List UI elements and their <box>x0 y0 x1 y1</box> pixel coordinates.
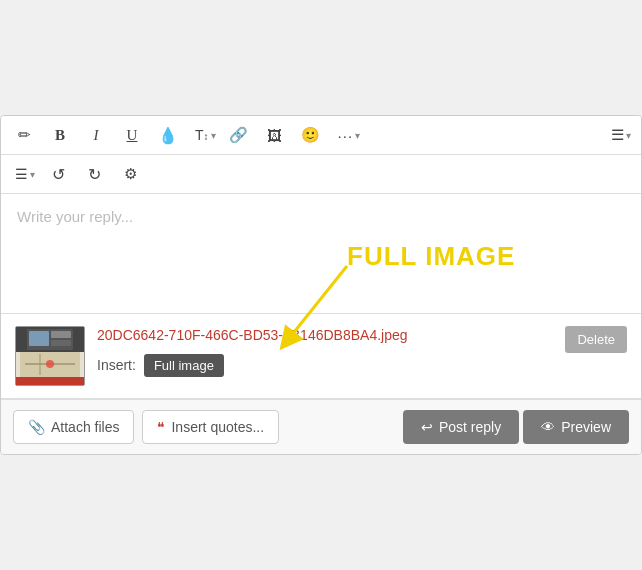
link-icon: 🔗 <box>229 126 248 144</box>
svg-rect-3 <box>51 340 71 346</box>
eraser-icon: ✏ <box>18 126 31 144</box>
eraser-btn[interactable]: ✏ <box>7 120 41 150</box>
italic-icon: I <box>94 127 99 144</box>
thumb-svg <box>25 327 75 352</box>
preview-btn[interactable]: 👁 Preview <box>523 410 629 444</box>
color-btn[interactable]: 💧 <box>151 120 185 150</box>
underline-btn[interactable]: U <box>115 120 149 150</box>
more-btn[interactable]: ··· ▾ <box>330 120 365 150</box>
eye-icon: 👁 <box>541 419 555 435</box>
redo-btn[interactable]: ↻ <box>77 159 111 189</box>
attachment-info: 20DC6642-710F-466C-BD53-6B146DB8BA4.jpeg… <box>97 326 553 377</box>
insert-row: Insert: Full image <box>97 354 553 377</box>
placeholder-text: Write your reply... <box>17 208 133 225</box>
action-right: ↩ Post reply 👁 Preview <box>403 410 629 444</box>
post-reply-btn[interactable]: ↩ Post reply <box>403 410 519 444</box>
more-icon: ··· <box>338 127 354 144</box>
thumb-inner <box>16 327 84 385</box>
link-btn[interactable]: 🔗 <box>222 120 256 150</box>
bold-icon: B <box>55 127 65 144</box>
attach-files-label: Attach files <box>51 419 119 435</box>
quote-icon: ❝ <box>157 419 165 435</box>
reply-icon: ↩ <box>421 419 433 435</box>
reply-textarea[interactable]: Write your reply... <box>1 194 641 314</box>
settings-btn[interactable]: ⚙ <box>113 159 147 189</box>
align-icon: ☰ <box>611 126 624 144</box>
chevron-down-icon-2: ▾ <box>355 130 360 141</box>
svg-rect-2 <box>51 331 71 338</box>
toolbar-row1: ✏ B I U 💧 T↕ ▾ 🔗 🖼 🙂 ··· ▾ <box>1 116 641 155</box>
svg-rect-1 <box>29 331 49 346</box>
map-svg <box>20 352 80 377</box>
action-left: 📎 Attach files ❝ Insert quotes... <box>13 410 279 444</box>
svg-point-7 <box>46 360 54 368</box>
emoji-icon: 🙂 <box>301 126 320 144</box>
delete-btn[interactable]: Delete <box>565 326 627 353</box>
post-reply-label: Post reply <box>439 419 501 435</box>
font-size-btn[interactable]: T↕ ▾ <box>187 120 220 150</box>
editor-container: ✏ B I U 💧 T↕ ▾ 🔗 🖼 🙂 ··· ▾ <box>0 115 642 455</box>
italic-btn[interactable]: I <box>79 120 113 150</box>
insert-label: Insert: <box>97 357 136 373</box>
insert-quotes-label: Insert quotes... <box>171 419 264 435</box>
attachment-filename: 20DC6642-710F-466C-BD53-6B146DB8BA4.jpeg <box>97 327 408 343</box>
attachment-wrapper: 20DC6642-710F-466C-BD53-6B146DB8BA4.jpeg… <box>1 314 641 399</box>
redo-icon: ↻ <box>88 165 101 184</box>
bold-btn[interactable]: B <box>43 120 77 150</box>
attach-files-btn[interactable]: 📎 Attach files <box>13 410 134 444</box>
thumb-top <box>16 327 84 352</box>
chevron-down-icon-3: ▾ <box>626 130 631 141</box>
undo-btn[interactable]: ↺ <box>41 159 75 189</box>
chevron-down-icon: ▾ <box>211 130 216 141</box>
toolbar-row2: ☰ ▾ ↺ ↻ ⚙ <box>1 155 641 194</box>
align-btn[interactable]: ☰ ▾ <box>603 120 635 150</box>
image-btn[interactable]: 🖼 <box>258 120 292 150</box>
thumb-bottom <box>16 377 84 385</box>
attachment-row: 20DC6642-710F-466C-BD53-6B146DB8BA4.jpeg… <box>15 326 627 386</box>
underline-icon: U <box>127 127 138 144</box>
action-bar: 📎 Attach files ❝ Insert quotes... ↩ Post… <box>1 399 641 454</box>
chevron-down-icon-4: ▾ <box>30 169 35 180</box>
emoji-btn[interactable]: 🙂 <box>294 120 328 150</box>
gear-icon: ⚙ <box>124 165 137 183</box>
insert-quotes-btn[interactable]: ❝ Insert quotes... <box>142 410 279 444</box>
font-size-icon: T↕ <box>195 127 209 143</box>
list-icon: ☰ <box>15 166 28 182</box>
preview-label: Preview <box>561 419 611 435</box>
attachment-section: 20DC6642-710F-466C-BD53-6B146DB8BA4.jpeg… <box>1 314 641 399</box>
attachment-thumbnail <box>15 326 85 386</box>
image-icon: 🖼 <box>267 127 282 144</box>
paperclip-icon: 📎 <box>28 419 45 435</box>
undo-icon: ↺ <box>52 165 65 184</box>
thumb-map <box>16 352 84 377</box>
list-btn[interactable]: ☰ ▾ <box>7 159 39 189</box>
full-image-btn[interactable]: Full image <box>144 354 224 377</box>
color-icon: 💧 <box>158 126 178 145</box>
